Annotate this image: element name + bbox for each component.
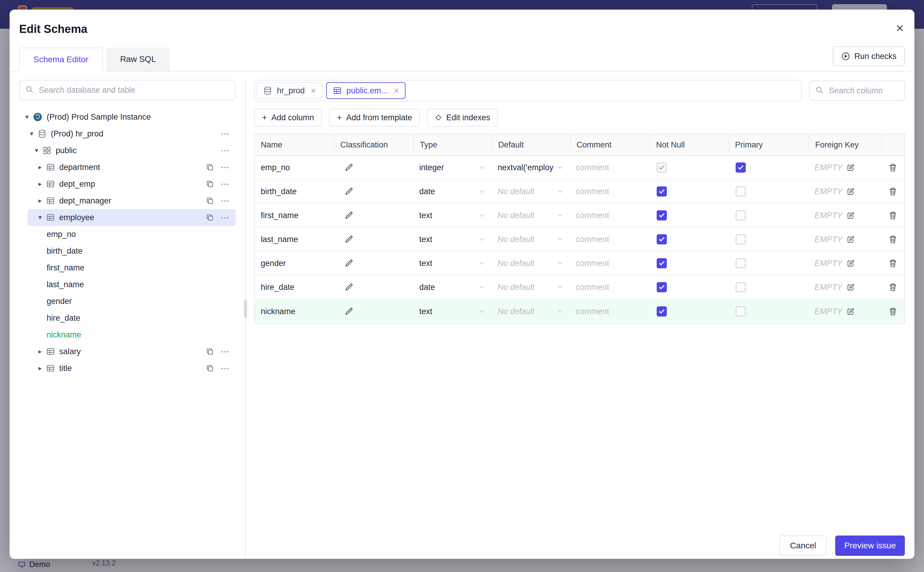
primary-checkbox[interactable] — [736, 306, 746, 317]
column-name-cell[interactable]: nickname — [255, 300, 334, 323]
tree-item--prod-prod-sample-instance[interactable]: ▾(Prod) Prod Sample Instance — [19, 109, 236, 125]
tree-item-employee[interactable]: ▾employee⋯ — [28, 209, 236, 226]
column-comment-cell[interactable]: comment — [570, 300, 650, 323]
more-icon[interactable]: ⋯ — [221, 129, 229, 138]
column-name-cell[interactable]: birth_date — [255, 180, 334, 203]
column-comment-cell[interactable]: comment — [570, 156, 650, 179]
table-tab-hr_prod[interactable]: hr_prod× — [257, 82, 322, 99]
run-checks-button[interactable]: Run checks — [833, 47, 905, 66]
copy-icon[interactable] — [206, 180, 214, 188]
column-name-cell[interactable]: gender — [255, 252, 334, 275]
tree-item-salary[interactable]: ▸salary⋯ — [19, 343, 236, 360]
column-name-cell[interactable]: emp_no — [255, 156, 334, 179]
classification-edit-icon[interactable] — [344, 307, 353, 316]
column-default-cell[interactable]: No default — [491, 180, 570, 203]
column-default-cell[interactable]: nextval('employ — [491, 156, 570, 179]
tree-item-last_name[interactable]: last_name — [19, 276, 236, 293]
table-tab-public.em...[interactable]: public.em...× — [326, 82, 406, 99]
column-type-cell[interactable]: text — [413, 300, 491, 323]
classification-edit-icon[interactable] — [344, 163, 353, 172]
close-icon[interactable]: × — [311, 86, 316, 95]
delete-column-icon[interactable] — [888, 211, 898, 220]
tree-item-nickname[interactable]: nickname — [19, 326, 236, 343]
chevron-right-icon[interactable]: ▸ — [36, 348, 44, 355]
classification-edit-icon[interactable] — [344, 283, 353, 292]
tree-item-public[interactable]: ▾public⋯ — [19, 142, 236, 159]
primary-checkbox[interactable] — [736, 282, 746, 292]
more-icon[interactable]: ⋯ — [221, 163, 229, 172]
edit-foreign-key-icon[interactable] — [846, 163, 855, 172]
column-default-cell[interactable]: No default — [491, 252, 570, 275]
copy-icon[interactable] — [206, 213, 214, 222]
tree-item-gender[interactable]: gender — [19, 293, 236, 309]
tree-item-first_name[interactable]: first_name — [19, 260, 236, 276]
column-comment-cell[interactable]: comment — [570, 275, 650, 299]
tree-item-emp_no[interactable]: emp_no — [19, 226, 236, 242]
column-comment-cell[interactable]: comment — [570, 204, 650, 227]
edit-foreign-key-icon[interactable] — [846, 283, 855, 291]
chevron-down-icon[interactable]: ▾ — [23, 113, 31, 121]
tree-item-dept_manager[interactable]: ▸dept_manager⋯ — [19, 192, 236, 209]
edit-foreign-key-icon[interactable] — [846, 259, 855, 267]
primary-checkbox[interactable] — [736, 162, 746, 173]
copy-icon[interactable] — [206, 364, 214, 373]
column-comment-cell[interactable]: comment — [570, 252, 650, 275]
edit-foreign-key-icon[interactable] — [846, 187, 855, 196]
not-null-checkbox[interactable] — [657, 258, 667, 268]
column-default-cell[interactable]: No default — [491, 204, 570, 227]
tree-item--prod-hr_prod[interactable]: ▾(Prod) hr_prod⋯ — [19, 125, 236, 142]
chevron-right-icon[interactable]: ▸ — [36, 364, 44, 372]
column-name-cell[interactable]: hire_date — [255, 275, 334, 299]
close-icon[interactable]: × — [896, 22, 904, 35]
column-name-cell[interactable]: last_name — [255, 228, 334, 251]
primary-checkbox[interactable] — [736, 234, 746, 244]
primary-checkbox[interactable] — [736, 210, 746, 221]
column-default-cell[interactable]: No default — [491, 228, 570, 251]
tree-item-title[interactable]: ▸title⋯ — [19, 360, 236, 377]
edit-foreign-key-icon[interactable] — [846, 235, 855, 244]
copy-icon[interactable] — [206, 197, 214, 205]
edit-indexes-button[interactable]: Edit indexes — [427, 109, 498, 127]
column-type-cell[interactable]: integer — [413, 156, 491, 179]
chevron-right-icon[interactable]: ▸ — [36, 180, 44, 188]
classification-edit-icon[interactable] — [344, 259, 353, 268]
column-name-cell[interactable]: first_name — [255, 204, 334, 227]
delete-column-icon[interactable] — [888, 163, 898, 172]
more-icon[interactable]: ⋯ — [221, 213, 229, 222]
column-search-input[interactable] — [809, 81, 905, 101]
delete-column-icon[interactable] — [888, 307, 898, 316]
not-null-checkbox[interactable] — [657, 282, 667, 292]
tree-item-birth_date[interactable]: birth_date — [19, 242, 236, 260]
chevron-down-icon[interactable]: ▾ — [32, 146, 41, 154]
edit-foreign-key-icon[interactable] — [846, 307, 855, 316]
add-from-template-button[interactable]: +Add from template — [329, 109, 420, 127]
delete-column-icon[interactable] — [888, 259, 898, 268]
column-default-cell[interactable]: No default — [491, 300, 570, 323]
column-default-cell[interactable]: No default — [491, 275, 570, 299]
not-null-checkbox[interactable] — [657, 306, 667, 317]
classification-edit-icon[interactable] — [344, 235, 353, 244]
chevron-down-icon[interactable]: ▾ — [28, 130, 36, 138]
add-column-button[interactable]: +Add column — [254, 109, 322, 127]
column-type-cell[interactable]: text — [413, 228, 491, 251]
column-type-cell[interactable]: date — [413, 180, 491, 203]
chevron-down-icon[interactable]: ▾ — [36, 214, 44, 221]
chevron-right-icon[interactable]: ▸ — [36, 163, 44, 171]
column-comment-cell[interactable]: comment — [570, 228, 650, 251]
preview-issue-button[interactable]: Preview issue — [835, 536, 905, 556]
more-icon[interactable]: ⋯ — [221, 179, 229, 188]
primary-checkbox[interactable] — [736, 187, 746, 197]
column-comment-cell[interactable]: comment — [570, 180, 650, 203]
tab-raw-sql[interactable]: Raw SQL — [107, 48, 170, 72]
chevron-right-icon[interactable]: ▸ — [36, 197, 44, 205]
classification-edit-icon[interactable] — [344, 211, 353, 220]
not-null-checkbox[interactable] — [657, 234, 667, 244]
close-icon[interactable]: × — [394, 86, 399, 95]
more-icon[interactable]: ⋯ — [221, 146, 229, 155]
tree-item-department[interactable]: ▸department⋯ — [19, 159, 236, 176]
delete-column-icon[interactable] — [888, 187, 898, 196]
column-type-cell[interactable]: date — [413, 275, 491, 299]
copy-icon[interactable] — [206, 163, 214, 171]
tree-search-input[interactable] — [19, 80, 236, 100]
delete-column-icon[interactable] — [888, 283, 898, 292]
